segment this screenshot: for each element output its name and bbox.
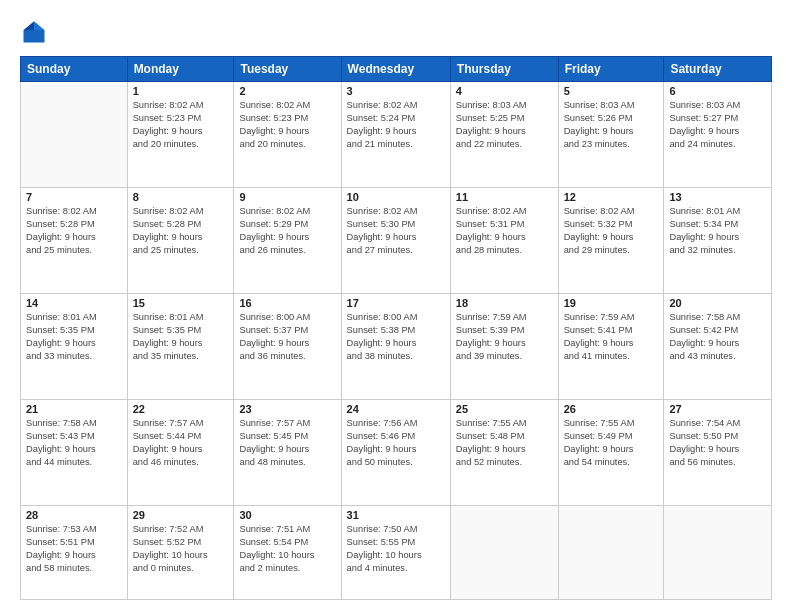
day-number: 12 xyxy=(564,191,659,203)
calendar-cell: 28Sunrise: 7:53 AMSunset: 5:51 PMDayligh… xyxy=(21,506,128,600)
svg-marker-2 xyxy=(24,22,35,31)
day-info: Sunrise: 7:59 AMSunset: 5:41 PMDaylight:… xyxy=(564,311,659,363)
day-info: Sunrise: 8:02 AMSunset: 5:23 PMDaylight:… xyxy=(133,99,229,151)
day-info: Sunrise: 7:57 AMSunset: 5:45 PMDaylight:… xyxy=(239,417,335,469)
day-number: 14 xyxy=(26,297,122,309)
day-info: Sunrise: 7:52 AMSunset: 5:52 PMDaylight:… xyxy=(133,523,229,575)
day-number: 22 xyxy=(133,403,229,415)
day-number: 11 xyxy=(456,191,553,203)
calendar-cell: 17Sunrise: 8:00 AMSunset: 5:38 PMDayligh… xyxy=(341,294,450,400)
calendar-cell: 9Sunrise: 8:02 AMSunset: 5:29 PMDaylight… xyxy=(234,188,341,294)
day-number: 17 xyxy=(347,297,445,309)
day-info: Sunrise: 8:01 AMSunset: 5:35 PMDaylight:… xyxy=(133,311,229,363)
day-info: Sunrise: 8:03 AMSunset: 5:25 PMDaylight:… xyxy=(456,99,553,151)
day-info: Sunrise: 7:51 AMSunset: 5:54 PMDaylight:… xyxy=(239,523,335,575)
day-number: 2 xyxy=(239,85,335,97)
calendar-cell: 23Sunrise: 7:57 AMSunset: 5:45 PMDayligh… xyxy=(234,400,341,506)
weekday-header-thursday: Thursday xyxy=(450,57,558,82)
calendar-cell: 22Sunrise: 7:57 AMSunset: 5:44 PMDayligh… xyxy=(127,400,234,506)
calendar-cell: 26Sunrise: 7:55 AMSunset: 5:49 PMDayligh… xyxy=(558,400,664,506)
day-info: Sunrise: 8:02 AMSunset: 5:28 PMDaylight:… xyxy=(133,205,229,257)
day-number: 28 xyxy=(26,509,122,521)
calendar-cell: 1Sunrise: 8:02 AMSunset: 5:23 PMDaylight… xyxy=(127,82,234,188)
calendar-cell: 16Sunrise: 8:00 AMSunset: 5:37 PMDayligh… xyxy=(234,294,341,400)
weekday-header-monday: Monday xyxy=(127,57,234,82)
calendar-cell: 15Sunrise: 8:01 AMSunset: 5:35 PMDayligh… xyxy=(127,294,234,400)
calendar-table: SundayMondayTuesdayWednesdayThursdayFrid… xyxy=(20,56,772,600)
calendar-cell xyxy=(558,506,664,600)
day-number: 23 xyxy=(239,403,335,415)
day-number: 8 xyxy=(133,191,229,203)
logo xyxy=(20,18,52,46)
svg-marker-1 xyxy=(34,22,45,31)
weekday-header-saturday: Saturday xyxy=(664,57,772,82)
day-number: 7 xyxy=(26,191,122,203)
day-info: Sunrise: 8:00 AMSunset: 5:38 PMDaylight:… xyxy=(347,311,445,363)
weekday-header-row: SundayMondayTuesdayWednesdayThursdayFrid… xyxy=(21,57,772,82)
day-info: Sunrise: 7:58 AMSunset: 5:43 PMDaylight:… xyxy=(26,417,122,469)
day-number: 26 xyxy=(564,403,659,415)
day-info: Sunrise: 8:00 AMSunset: 5:37 PMDaylight:… xyxy=(239,311,335,363)
day-number: 3 xyxy=(347,85,445,97)
logo-icon xyxy=(20,18,48,46)
calendar-cell: 11Sunrise: 8:02 AMSunset: 5:31 PMDayligh… xyxy=(450,188,558,294)
header xyxy=(20,18,772,46)
calendar-cell: 31Sunrise: 7:50 AMSunset: 5:55 PMDayligh… xyxy=(341,506,450,600)
day-number: 6 xyxy=(669,85,766,97)
calendar-cell: 18Sunrise: 7:59 AMSunset: 5:39 PMDayligh… xyxy=(450,294,558,400)
day-number: 29 xyxy=(133,509,229,521)
day-info: Sunrise: 7:57 AMSunset: 5:44 PMDaylight:… xyxy=(133,417,229,469)
calendar-cell: 10Sunrise: 8:02 AMSunset: 5:30 PMDayligh… xyxy=(341,188,450,294)
calendar-cell: 7Sunrise: 8:02 AMSunset: 5:28 PMDaylight… xyxy=(21,188,128,294)
day-number: 18 xyxy=(456,297,553,309)
day-info: Sunrise: 7:53 AMSunset: 5:51 PMDaylight:… xyxy=(26,523,122,575)
day-info: Sunrise: 7:54 AMSunset: 5:50 PMDaylight:… xyxy=(669,417,766,469)
day-number: 30 xyxy=(239,509,335,521)
calendar-cell: 25Sunrise: 7:55 AMSunset: 5:48 PMDayligh… xyxy=(450,400,558,506)
day-number: 4 xyxy=(456,85,553,97)
day-info: Sunrise: 8:02 AMSunset: 5:23 PMDaylight:… xyxy=(239,99,335,151)
day-info: Sunrise: 8:02 AMSunset: 5:31 PMDaylight:… xyxy=(456,205,553,257)
day-number: 25 xyxy=(456,403,553,415)
day-info: Sunrise: 7:59 AMSunset: 5:39 PMDaylight:… xyxy=(456,311,553,363)
calendar-cell: 13Sunrise: 8:01 AMSunset: 5:34 PMDayligh… xyxy=(664,188,772,294)
calendar-cell: 29Sunrise: 7:52 AMSunset: 5:52 PMDayligh… xyxy=(127,506,234,600)
calendar-cell xyxy=(21,82,128,188)
weekday-header-wednesday: Wednesday xyxy=(341,57,450,82)
weekday-header-sunday: Sunday xyxy=(21,57,128,82)
calendar-cell: 2Sunrise: 8:02 AMSunset: 5:23 PMDaylight… xyxy=(234,82,341,188)
day-number: 31 xyxy=(347,509,445,521)
calendar-week-row: 21Sunrise: 7:58 AMSunset: 5:43 PMDayligh… xyxy=(21,400,772,506)
day-number: 15 xyxy=(133,297,229,309)
day-number: 19 xyxy=(564,297,659,309)
calendar-cell: 4Sunrise: 8:03 AMSunset: 5:25 PMDaylight… xyxy=(450,82,558,188)
day-number: 20 xyxy=(669,297,766,309)
day-info: Sunrise: 8:02 AMSunset: 5:24 PMDaylight:… xyxy=(347,99,445,151)
calendar-week-row: 14Sunrise: 8:01 AMSunset: 5:35 PMDayligh… xyxy=(21,294,772,400)
calendar-cell: 30Sunrise: 7:51 AMSunset: 5:54 PMDayligh… xyxy=(234,506,341,600)
calendar-cell: 8Sunrise: 8:02 AMSunset: 5:28 PMDaylight… xyxy=(127,188,234,294)
calendar-cell: 20Sunrise: 7:58 AMSunset: 5:42 PMDayligh… xyxy=(664,294,772,400)
calendar-week-row: 1Sunrise: 8:02 AMSunset: 5:23 PMDaylight… xyxy=(21,82,772,188)
calendar-cell: 19Sunrise: 7:59 AMSunset: 5:41 PMDayligh… xyxy=(558,294,664,400)
day-info: Sunrise: 8:03 AMSunset: 5:27 PMDaylight:… xyxy=(669,99,766,151)
calendar-cell xyxy=(450,506,558,600)
day-number: 10 xyxy=(347,191,445,203)
day-number: 5 xyxy=(564,85,659,97)
calendar-cell xyxy=(664,506,772,600)
calendar-week-row: 28Sunrise: 7:53 AMSunset: 5:51 PMDayligh… xyxy=(21,506,772,600)
day-info: Sunrise: 7:55 AMSunset: 5:48 PMDaylight:… xyxy=(456,417,553,469)
day-info: Sunrise: 8:02 AMSunset: 5:28 PMDaylight:… xyxy=(26,205,122,257)
day-number: 9 xyxy=(239,191,335,203)
day-info: Sunrise: 8:02 AMSunset: 5:29 PMDaylight:… xyxy=(239,205,335,257)
calendar-cell: 5Sunrise: 8:03 AMSunset: 5:26 PMDaylight… xyxy=(558,82,664,188)
day-number: 27 xyxy=(669,403,766,415)
weekday-header-friday: Friday xyxy=(558,57,664,82)
day-info: Sunrise: 8:02 AMSunset: 5:30 PMDaylight:… xyxy=(347,205,445,257)
day-info: Sunrise: 8:01 AMSunset: 5:34 PMDaylight:… xyxy=(669,205,766,257)
day-info: Sunrise: 7:55 AMSunset: 5:49 PMDaylight:… xyxy=(564,417,659,469)
day-info: Sunrise: 8:02 AMSunset: 5:32 PMDaylight:… xyxy=(564,205,659,257)
calendar-cell: 14Sunrise: 8:01 AMSunset: 5:35 PMDayligh… xyxy=(21,294,128,400)
calendar-cell: 27Sunrise: 7:54 AMSunset: 5:50 PMDayligh… xyxy=(664,400,772,506)
calendar-week-row: 7Sunrise: 8:02 AMSunset: 5:28 PMDaylight… xyxy=(21,188,772,294)
